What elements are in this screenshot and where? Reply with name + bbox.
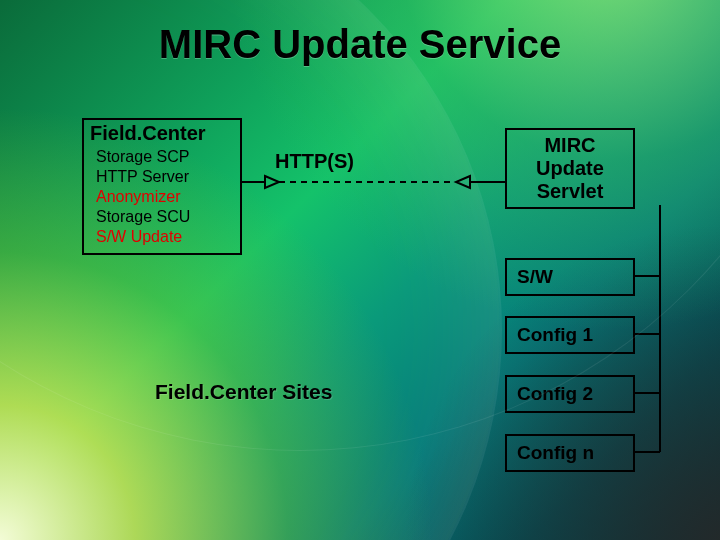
- svg-marker-3: [456, 176, 470, 188]
- svg-marker-1: [265, 176, 279, 188]
- mirc-line: Servlet: [515, 180, 625, 203]
- http-label: HTTP(S): [275, 150, 354, 173]
- fieldcenter-item: S/W Update: [96, 227, 234, 247]
- fieldcenter-box: Field.Center Storage SCP HTTP Server Ano…: [82, 118, 242, 255]
- fieldcenter-item: Anonymizer: [96, 187, 234, 207]
- fieldcenter-header: Field.Center: [84, 120, 240, 147]
- mirc-line: MIRC: [515, 134, 625, 157]
- confign-box: Config n: [505, 434, 635, 472]
- mirc-servlet-box: MIRC Update Servlet: [505, 128, 635, 209]
- slide-title: MIRC Update Service: [0, 22, 720, 67]
- fieldcenter-item: HTTP Server: [96, 167, 234, 187]
- config2-box: Config 2: [505, 375, 635, 413]
- fieldcenter-list: Storage SCP HTTP Server Anonymizer Stora…: [84, 147, 240, 253]
- sites-label: Field.Center Sites: [155, 380, 332, 404]
- sw-box: S/W: [505, 258, 635, 296]
- slide-stage: MIRC Update Service Field.Center Storage…: [0, 0, 720, 540]
- mirc-line: Update: [515, 157, 625, 180]
- fieldcenter-item: Storage SCP: [96, 147, 234, 167]
- config1-box: Config 1: [505, 316, 635, 354]
- fieldcenter-item: Storage SCU: [96, 207, 234, 227]
